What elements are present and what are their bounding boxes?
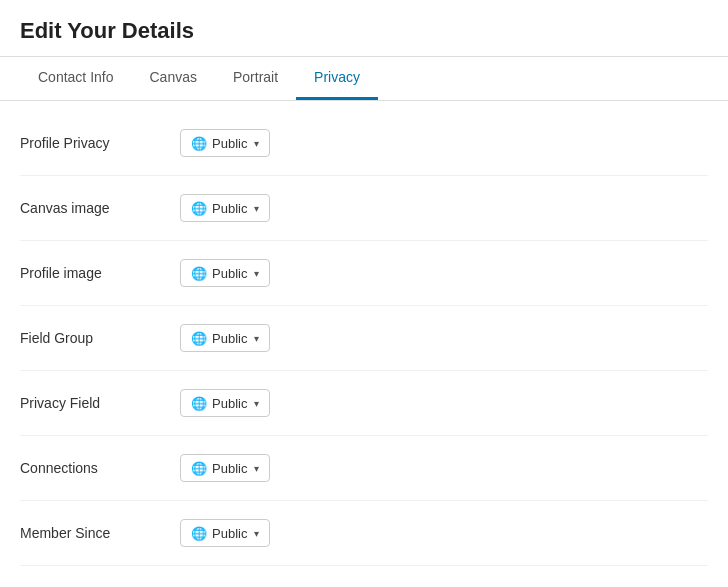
tab-privacy[interactable]: Privacy <box>296 57 378 100</box>
page-title: Edit Your Details <box>20 18 708 44</box>
globe-icon: 🌐 <box>191 200 207 216</box>
tab-contact-info[interactable]: Contact Info <box>20 57 132 100</box>
control-canvas-image: 🌐 Public ▾ <box>180 194 270 222</box>
globe-icon: 🌐 <box>191 265 207 281</box>
globe-icon: 🌐 <box>191 395 207 411</box>
dropdown-canvas-image-value: Public <box>212 201 247 216</box>
control-field-group: 🌐 Public ▾ <box>180 324 270 352</box>
tab-portrait[interactable]: Portrait <box>215 57 296 100</box>
dropdown-privacy-field[interactable]: 🌐 Public ▾ <box>180 389 270 417</box>
control-member-since: 🌐 Public ▾ <box>180 519 270 547</box>
form-row-profile-privacy: Profile Privacy 🌐 Public ▾ <box>20 111 708 176</box>
caret-icon: ▾ <box>254 138 259 149</box>
control-privacy-field: 🌐 Public ▾ <box>180 389 270 417</box>
globe-icon: 🌐 <box>191 460 207 476</box>
dropdown-profile-privacy[interactable]: 🌐 Public ▾ <box>180 129 270 157</box>
form-content: Profile Privacy 🌐 Public ▾ Canvas image … <box>0 101 728 587</box>
caret-icon: ▾ <box>254 398 259 409</box>
dropdown-profile-image[interactable]: 🌐 Public ▾ <box>180 259 270 287</box>
form-row-field-group: Field Group 🌐 Public ▾ <box>20 306 708 371</box>
globe-icon: 🌐 <box>191 135 207 151</box>
tabs-bar: Contact Info Canvas Portrait Privacy <box>0 57 728 101</box>
label-connections: Connections <box>20 460 180 476</box>
label-member-since: Member Since <box>20 525 180 541</box>
caret-icon: ▾ <box>254 268 259 279</box>
page-header: Edit Your Details <box>0 0 728 57</box>
dropdown-canvas-image[interactable]: 🌐 Public ▾ <box>180 194 270 222</box>
globe-icon: 🌐 <box>191 330 207 346</box>
dropdown-field-group[interactable]: 🌐 Public ▾ <box>180 324 270 352</box>
dropdown-member-since[interactable]: 🌐 Public ▾ <box>180 519 270 547</box>
control-profile-image: 🌐 Public ▾ <box>180 259 270 287</box>
globe-icon: 🌐 <box>191 525 207 541</box>
label-field-group: Field Group <box>20 330 180 346</box>
form-row-connections: Connections 🌐 Public ▾ <box>20 436 708 501</box>
caret-icon: ▾ <box>254 203 259 214</box>
dropdown-member-since-value: Public <box>212 526 247 541</box>
dropdown-connections-value: Public <box>212 461 247 476</box>
control-profile-privacy: 🌐 Public ▾ <box>180 129 270 157</box>
form-row-privacy-field: Privacy Field 🌐 Public ▾ <box>20 371 708 436</box>
label-profile-privacy: Profile Privacy <box>20 135 180 151</box>
caret-icon: ▾ <box>254 528 259 539</box>
caret-icon: ▾ <box>254 333 259 344</box>
caret-icon: ▾ <box>254 463 259 474</box>
form-row-profile-image: Profile image 🌐 Public ▾ <box>20 241 708 306</box>
control-connections: 🌐 Public ▾ <box>180 454 270 482</box>
button-row: Update Cancel <box>20 566 708 587</box>
dropdown-privacy-field-value: Public <box>212 396 247 411</box>
tab-canvas[interactable]: Canvas <box>132 57 215 100</box>
dropdown-profile-image-value: Public <box>212 266 247 281</box>
form-row-canvas-image: Canvas image 🌐 Public ▾ <box>20 176 708 241</box>
label-privacy-field: Privacy Field <box>20 395 180 411</box>
label-profile-image: Profile image <box>20 265 180 281</box>
form-row-member-since: Member Since 🌐 Public ▾ <box>20 501 708 566</box>
dropdown-connections[interactable]: 🌐 Public ▾ <box>180 454 270 482</box>
dropdown-profile-privacy-value: Public <box>212 136 247 151</box>
label-canvas-image: Canvas image <box>20 200 180 216</box>
dropdown-field-group-value: Public <box>212 331 247 346</box>
